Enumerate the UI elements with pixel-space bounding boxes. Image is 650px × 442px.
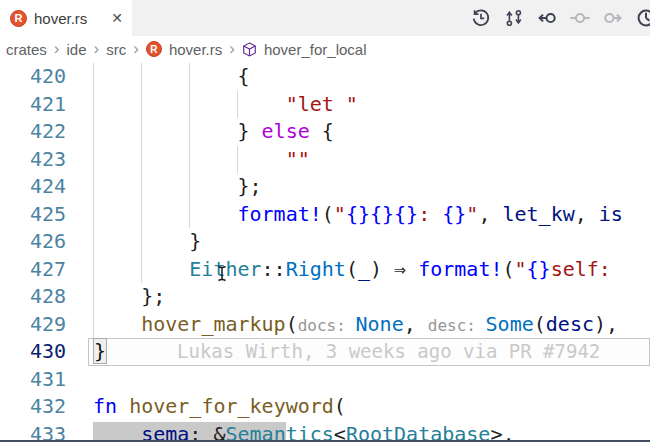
code-row: 420 { <box>0 63 650 91</box>
chevron-right-icon: › <box>94 40 100 59</box>
code-token: ( <box>322 202 334 226</box>
breadcrumb-item-src[interactable]: src <box>106 41 126 58</box>
code-token: sema <box>141 422 189 441</box>
code-line[interactable]: } <box>88 228 650 256</box>
current-change-icon[interactable] <box>570 8 590 28</box>
line-number[interactable]: 430 <box>0 338 88 366</box>
code-token: fn <box>93 394 117 418</box>
code-line[interactable]: hover_markup(docs: None, desc: Some(desc… <box>88 311 650 339</box>
code-token <box>117 394 129 418</box>
line-number[interactable]: 426 <box>0 228 88 256</box>
tab-title: hover.rs <box>34 10 87 27</box>
code-token <box>93 92 286 116</box>
code-row: 423 "" <box>0 146 650 174</box>
code-token: ( <box>286 312 298 336</box>
code-token: "" <box>286 147 310 171</box>
code-row: 430}Lukas Wirth, 3 weeks ago via PR #794… <box>0 338 650 366</box>
code-line[interactable] <box>88 366 650 394</box>
code-row: 428 }; <box>0 283 650 311</box>
code-token: RootDatabase <box>346 422 491 441</box>
history-icon[interactable] <box>471 8 491 28</box>
code-token: " <box>334 202 346 226</box>
timer-icon[interactable] <box>636 8 650 28</box>
chevron-right-icon: › <box>229 40 235 59</box>
code-row: 433 sema: &Semantics<RootDatabase>, <box>0 421 650 441</box>
code-token: }; <box>93 284 165 308</box>
breadcrumb-item-crates[interactable]: crates <box>6 41 47 58</box>
next-change-icon[interactable] <box>603 8 623 28</box>
breadcrumb-item-file[interactable]: hover.rs <box>169 41 222 58</box>
code-row: 432fn hover_for_keyword( <box>0 393 650 421</box>
code-editor[interactable]: 420 {421 "let "422 } else {423 ""424 };4… <box>0 62 650 440</box>
code-line[interactable]: }; <box>88 173 650 201</box>
code-token: desc <box>546 312 594 336</box>
code-token: ) <box>370 257 394 281</box>
tab-hover-rs[interactable]: R hover.rs ✕ <box>0 0 132 36</box>
code-token <box>93 312 141 336</box>
code-token <box>93 202 238 226</box>
code-token: :: <box>262 257 286 281</box>
code-token: ( <box>346 257 358 281</box>
line-number[interactable]: 432 <box>0 393 88 421</box>
code-row: 431 <box>0 366 650 394</box>
code-token: < <box>334 422 346 441</box>
code-token: hover_markup <box>141 312 286 336</box>
code-token: ( <box>334 394 346 418</box>
code-token: Some <box>486 312 534 336</box>
code-token: {}{}{} <box>346 202 418 226</box>
line-number[interactable]: 429 <box>0 311 88 339</box>
line-number[interactable]: 428 <box>0 283 88 311</box>
compare-changes-icon[interactable] <box>504 8 524 28</box>
code-line[interactable]: }; <box>88 283 650 311</box>
code-token: {} <box>527 257 551 281</box>
code-token: hover_for_keyword <box>129 394 334 418</box>
line-number[interactable]: 427 <box>0 256 88 284</box>
code-line[interactable]: format!("{}{}{}: {}", let_kw, is <box>88 201 650 229</box>
code-line[interactable]: sema: &Semantics<RootDatabase>, <box>88 421 650 441</box>
line-number[interactable]: 431 <box>0 366 88 394</box>
line-number[interactable]: 433 <box>0 421 88 441</box>
inlay-hint: desc: <box>428 316 486 335</box>
code-token: self: <box>551 257 611 281</box>
git-blame-annotation: Lukas Wirth, 3 weeks ago via PR #7942 <box>177 340 600 362</box>
code-token: : <box>418 202 442 226</box>
line-number[interactable]: 422 <box>0 118 88 146</box>
code-row: 426 } <box>0 228 650 256</box>
previous-change-icon[interactable] <box>537 8 557 28</box>
code-token <box>93 147 286 171</box>
code-row: 429 hover_markup(docs: None, desc: Some(… <box>0 311 650 339</box>
code-token: , <box>404 312 428 336</box>
code-token: } <box>93 229 201 253</box>
code-row: 427 Either::Right(_) ⇒ format!("{}self: <box>0 256 650 284</box>
code-token: ⇒ <box>394 257 406 281</box>
line-number[interactable]: 420 <box>0 63 88 91</box>
code-token: let_kw <box>502 202 574 226</box>
tab-bar: R hover.rs ✕ <box>0 0 650 36</box>
code-token: None <box>356 312 404 336</box>
code-line[interactable]: "" <box>88 146 650 174</box>
code-line[interactable]: "let " <box>88 91 650 119</box>
line-number[interactable]: 425 <box>0 201 88 229</box>
code-line[interactable]: }Lukas Wirth, 3 weeks ago via PR #7942 <box>88 338 650 366</box>
code-line[interactable]: fn hover_for_keyword( <box>88 393 650 421</box>
code-line[interactable]: { <box>88 63 650 91</box>
chevron-right-icon: › <box>133 40 139 59</box>
line-number[interactable]: 421 <box>0 91 88 119</box>
breadcrumb-item-symbol[interactable]: hover_for_local <box>264 41 367 58</box>
code-token: "let " <box>286 92 358 116</box>
tab-close-icon[interactable]: ✕ <box>111 10 123 26</box>
rust-file-icon: R <box>146 41 162 57</box>
code-line[interactable]: Either::Right(_) ⇒ format!("{}self: <box>88 256 650 284</box>
code-token: format! <box>238 202 322 226</box>
code-line[interactable]: } else { <box>88 118 650 146</box>
code-token: Right <box>286 257 346 281</box>
breadcrumb-item-ide[interactable]: ide <box>67 41 87 58</box>
code-token: ( <box>534 312 546 336</box>
code-row: 422 } else { <box>0 118 650 146</box>
symbol-function-icon <box>242 42 257 57</box>
chevron-right-icon: › <box>54 40 60 59</box>
code-token: _ <box>358 257 370 281</box>
code-token: }; <box>93 174 262 198</box>
line-number[interactable]: 424 <box>0 173 88 201</box>
line-number[interactable]: 423 <box>0 146 88 174</box>
